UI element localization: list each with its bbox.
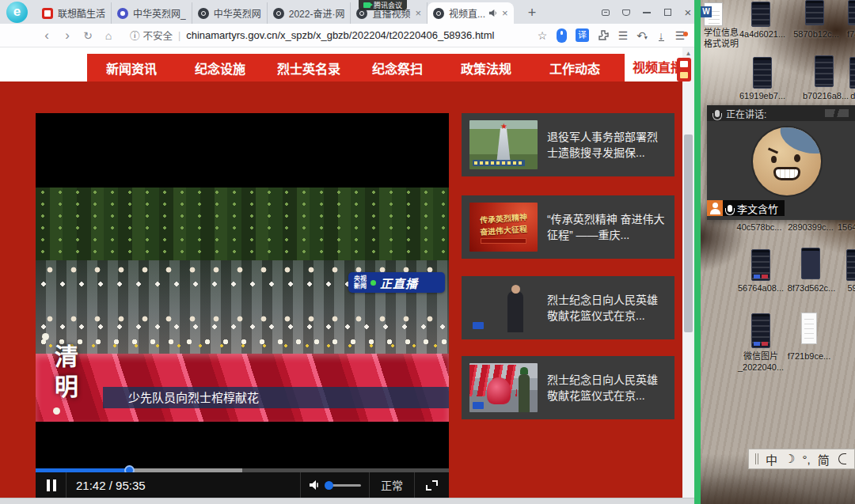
document-file-icon[interactable] (801, 313, 817, 344)
meeting-window[interactable]: 正在讲话: 李文含竹 (707, 105, 855, 220)
image-file-icon[interactable] (801, 248, 820, 279)
volume-slider[interactable] (326, 484, 361, 487)
home-button[interactable]: ⌂ (98, 29, 119, 42)
new-tab-button[interactable]: + (523, 2, 542, 24)
desktop-icon-label[interactable]: 1564... (830, 222, 855, 233)
scroll-up-arrow-icon[interactable]: ▲ (682, 47, 694, 57)
scrollbar-thumb[interactable] (684, 135, 693, 332)
video-player[interactable]: 央视新闻 正直播 清明 少先队员向烈士棺椁献花 21:42 / 95:35 (36, 113, 449, 498)
desktop-icon-label[interactable]: db92... (835, 91, 855, 101)
video-scene-trees (36, 188, 449, 260)
ime-drag-handle[interactable] (755, 453, 758, 464)
nav-item-work-trends[interactable]: 工作动态 (530, 59, 619, 78)
video-thumbnail-flower-tribute (469, 283, 538, 332)
minimize-button[interactable] (636, 6, 657, 18)
word-document-icon[interactable] (704, 2, 723, 26)
url-text[interactable]: chinamartyrs.gov.cn/x_spzb/x_gbzb/202204… (186, 29, 533, 41)
playback-speed-button[interactable]: 正常 (381, 477, 403, 493)
globe-tab-icon (198, 8, 209, 19)
ime-language-toggle[interactable]: 中 (766, 451, 777, 468)
image-file-icon[interactable] (753, 57, 772, 89)
speaker-name-bar: 李文含竹 (707, 200, 785, 216)
nav-item-memorial-facilities[interactable]: 纪念设施 (176, 59, 264, 78)
video-card[interactable]: 烈士纪念日向人民英雄敬献花篮仪式在京... (462, 356, 674, 419)
controls-divider (300, 472, 301, 498)
video-card[interactable]: 烈士纪念日向人民英雄敬献花篮仪式在京... (462, 276, 674, 339)
image-file-icon[interactable] (815, 55, 834, 87)
tab-audio-speaker-icon[interactable] (488, 9, 497, 17)
mouse-gesture-icon[interactable] (557, 28, 567, 43)
workspace-icon[interactable] (595, 6, 616, 18)
site-info-icon[interactable]: ⓘ (130, 28, 140, 43)
desktop-icon-label[interactable]: f74c... (830, 29, 855, 40)
tab-video-live-active[interactable]: 视频直... × (428, 2, 514, 24)
maximize-button[interactable] (657, 6, 678, 18)
speaker-avatar (753, 127, 821, 195)
ime-more-icon[interactable] (838, 453, 846, 464)
tab-2022-forward[interactable]: 2022-奋进·网 (268, 2, 352, 24)
reading-list-icon[interactable]: ☰ (614, 29, 633, 42)
nav-item-news[interactable]: 新闻资讯 (87, 59, 176, 78)
video-thumbnail-banner: 传承英烈精神 奋进伟大征程 (469, 203, 538, 252)
desktop-icon-label[interactable]: f721b9ce... (781, 351, 838, 362)
fullscreen-button[interactable] (426, 480, 438, 491)
theme-icon[interactable] (616, 6, 636, 18)
time-display: 21:42 / 95:35 (76, 479, 146, 492)
desktop-icon-label[interactable]: 40c578bc... (731, 222, 788, 233)
back-button[interactable]: ‹ (36, 28, 57, 44)
badge-tab-icon (117, 8, 128, 19)
ime-simplified-toggle[interactable]: 简 (818, 451, 830, 468)
history-undo-icon[interactable]: ↶▾ (633, 29, 652, 42)
video-card[interactable]: 传承英烈精神 奋进伟大征程 “传承英烈精神 奋进伟大征程” ——重庆... (462, 195, 674, 259)
desktop-icon-label[interactable]: _2022040... (732, 362, 789, 373)
tab-martyrs-net-2[interactable]: 中华英烈网 (192, 2, 268, 24)
desktop-icon-label[interactable]: 59dc... (832, 283, 855, 294)
nav-item-policy[interactable]: 政策法规 (442, 59, 530, 78)
nav-item-martyr-roll[interactable]: 烈士英名录 (264, 59, 353, 78)
tab-lenovo-life[interactable]: 联想酷生活 (36, 2, 112, 24)
participant-icon (707, 200, 723, 216)
extensions-puzzle-icon[interactable] (597, 29, 610, 42)
qingming-watermark: 清明 (47, 344, 82, 404)
image-file-icon[interactable] (849, 57, 855, 89)
tab-close-icon[interactable]: × (502, 7, 508, 19)
desktop-icon-label[interactable]: 格式说明 (701, 39, 750, 49)
image-file-icon[interactable] (846, 249, 855, 281)
image-file-icon[interactable] (848, 0, 855, 25)
image-file-icon[interactable] (751, 249, 770, 281)
desktop-icon-label[interactable]: 56764a08... (732, 283, 789, 294)
desktop-icon-label[interactable]: 61919eb7... (734, 91, 791, 101)
image-file-icon[interactable] (805, 0, 824, 25)
forward-button[interactable]: › (57, 28, 78, 44)
ime-toolbar[interactable]: 中 ☽ °, 简 (748, 449, 855, 469)
download-icon[interactable]: ↓ (652, 29, 671, 42)
browser-logo[interactable]: e (6, 2, 28, 23)
reload-button[interactable]: ↻ (78, 29, 98, 42)
cctv-logo-icon (473, 322, 484, 329)
image-file-icon[interactable] (751, 313, 770, 348)
volume-icon[interactable] (309, 479, 321, 491)
nav-item-memorial-sweep[interactable]: 纪念祭扫 (353, 59, 442, 78)
pause-button[interactable] (47, 479, 56, 491)
desktop-icon-label[interactable]: 4a4d6021... (734, 29, 791, 40)
video-card-title: “传承英烈精神 奋进伟大征程” ——重庆... (547, 211, 667, 244)
video-caption: 少先队员向烈士棺椁献花 (103, 387, 449, 408)
live-dot-icon (370, 280, 376, 286)
page-float-widget[interactable] (677, 58, 691, 81)
menu-icon[interactable]: ☰ (671, 29, 690, 42)
horizontal-scrollbar[interactable] (0, 498, 694, 504)
vertical-scrollbar[interactable]: ▲ (682, 47, 694, 498)
ime-punctuation-toggle[interactable]: °, (802, 453, 810, 466)
translate-icon[interactable]: 译 (576, 28, 589, 42)
tab-martyrs-net-1[interactable]: 中华英烈网_ (112, 2, 192, 24)
video-card[interactable]: ★ 退役军人事务部部署烈士遗骸搜寻发掘保... (462, 113, 674, 176)
meeting-share-tooltip[interactable]: 腾讯会议 (359, 0, 407, 10)
image-file-icon[interactable] (751, 2, 770, 27)
ime-fullwidth-moon-icon[interactable]: ☽ (785, 452, 795, 466)
url-divider: | (178, 30, 180, 41)
page-top-strip (0, 47, 694, 54)
bookmark-star-icon[interactable]: ☆ (533, 29, 552, 42)
controls-divider (66, 472, 66, 498)
microphone-icon (728, 205, 732, 212)
tab-close-icon[interactable]: × (415, 7, 421, 19)
